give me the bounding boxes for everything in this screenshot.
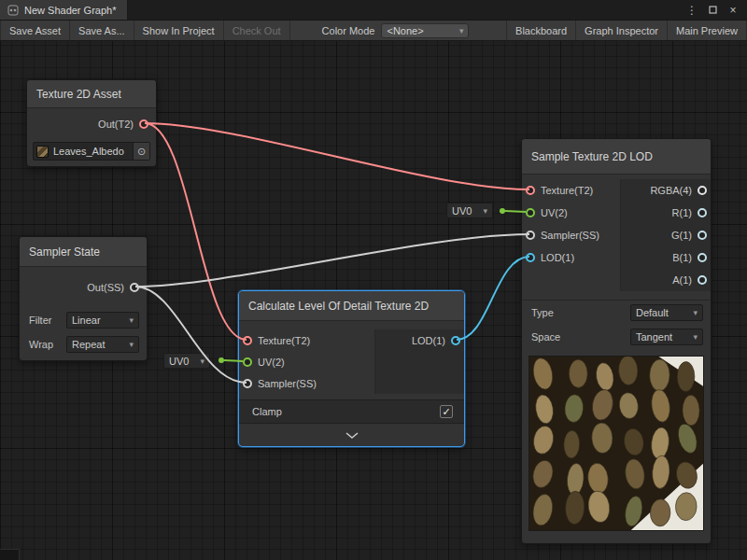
port-in-texture[interactable]: [526, 186, 535, 195]
save-asset-button[interactable]: Save Asset: [0, 21, 70, 40]
port-label: A(1): [672, 274, 692, 286]
port-label: Sampler(SS): [258, 378, 317, 389]
node-preview-image: [529, 356, 704, 531]
tab-new-shader-graph[interactable]: New Shader Graph*: [0, 0, 128, 20]
filter-label: Filter: [29, 315, 66, 326]
node-texture-2d-asset[interactable]: Texture 2D Asset Out(T2) Leaves_Albedo ⊙: [26, 79, 157, 167]
port-label: UV(2): [541, 207, 568, 218]
port-row-texture: Texture(T2): [239, 329, 374, 351]
port-row-a: A(1): [621, 269, 711, 291]
uv-channel-dropdown[interactable]: UV0 ▾: [163, 353, 210, 369]
port-out-r[interactable]: [698, 208, 707, 217]
node-calculate-lod-texture2d[interactable]: Calculate Level Of Detail Texture 2D Tex…: [238, 290, 465, 447]
collapse-row: [239, 424, 464, 446]
port-row-out-t2: Out(T2): [27, 108, 156, 140]
blackboard-toggle-button[interactable]: Blackboard: [506, 21, 575, 40]
port-in-uv[interactable]: [243, 357, 252, 367]
port-in-texture[interactable]: [243, 336, 252, 345]
uv-channel-dropdown[interactable]: UV0 ▾: [446, 203, 493, 218]
color-mode-label: Color Mode: [322, 25, 375, 36]
graph-inspector-toggle-button[interactable]: Graph Inspector: [575, 21, 667, 40]
port-label: LOD(1): [541, 252, 574, 263]
check-out-button: Check Out: [224, 21, 290, 40]
port-row-b: B(1): [621, 246, 711, 269]
node-sample-texture-2d-lod[interactable]: Sample Texture 2D LOD Texture(T2) UV(2) …: [521, 138, 712, 544]
port-label: Texture(T2): [541, 185, 593, 196]
toolbar-right-group: Blackboard Graph Inspector Main Preview: [506, 21, 747, 40]
port-out-b[interactable]: [698, 253, 707, 262]
port-out-samplerstate[interactable]: [130, 283, 139, 292]
port-in-sampler[interactable]: [526, 231, 535, 240]
filter-dropdown[interactable]: Linear ▾: [66, 312, 139, 329]
filter-value: Linear: [72, 315, 101, 326]
filter-row: Filter Linear ▾: [20, 308, 147, 332]
tab-title: New Shader Graph*: [24, 5, 116, 16]
space-value: Tangent: [636, 331, 672, 343]
port-label: RGBA(4): [650, 185, 692, 196]
color-mode-dropdown[interactable]: <None> ▾: [381, 23, 469, 38]
port-out-lod[interactable]: [451, 336, 460, 345]
node-title: Calculate Level Of Detail Texture 2D: [239, 291, 464, 321]
space-row: Space Tangent ▾: [522, 325, 711, 349]
space-dropdown[interactable]: Tangent ▾: [630, 329, 703, 345]
port-out-g[interactable]: [698, 231, 707, 240]
show-in-project-button[interactable]: Show In Project: [134, 21, 224, 40]
close-icon[interactable]: ×: [725, 2, 741, 19]
output-ports: LOD(1): [374, 329, 464, 394]
wrap-label: Wrap: [29, 339, 66, 350]
chevron-down-icon: ▾: [129, 315, 134, 325]
shader-graph-icon: [7, 5, 19, 16]
maximize-icon[interactable]: [704, 2, 721, 19]
main-preview-toggle-button[interactable]: Main Preview: [667, 21, 747, 40]
node-sampler-state[interactable]: Sampler State Out(SS) Filter Linear ▾ Wr…: [19, 236, 148, 361]
node-properties: Type Default ▾ Space Tangent ▾: [522, 300, 711, 349]
port-area: Texture(T2) UV(2) Sampler(SS) LOD(1) RGB…: [522, 175, 711, 300]
title-bar: New Shader Graph* ⋮ ×: [0, 0, 747, 21]
chevron-down-icon: ▾: [129, 340, 134, 349]
port-in-sampler[interactable]: [243, 379, 252, 388]
input-ports: Texture(T2) UV(2) Sampler(SS) LOD(1): [522, 179, 620, 291]
wrap-row: Wrap Repeat ▾: [20, 332, 147, 357]
collapse-chevron-icon[interactable]: [345, 431, 359, 440]
kebab-menu-icon[interactable]: ⋮: [684, 2, 700, 19]
space-label: Space: [531, 331, 630, 343]
save-as-button[interactable]: Save As...: [70, 21, 134, 40]
port-label: B(1): [672, 252, 692, 263]
type-label: Type: [531, 307, 630, 318]
window-controls: ⋮ ×: [684, 0, 747, 20]
port-label: UV(2): [258, 357, 285, 368]
wrap-dropdown[interactable]: Repeat ▾: [66, 336, 139, 353]
texture-object-field[interactable]: Leaves_Albedo ⊙: [33, 142, 150, 161]
chevron-down-icon: ▾: [200, 357, 204, 366]
port-label: G(1): [671, 230, 692, 241]
port-row-rgba: RGBA(4): [621, 179, 711, 202]
port-row-lod-out: LOD(1): [375, 329, 464, 351]
clamp-label: Clamp: [252, 406, 440, 417]
color-mode-group: Color Mode <None> ▾: [322, 21, 470, 40]
port-row-out-ss: Out(SS): [20, 267, 147, 308]
port-row-sampler: Sampler(SS): [522, 224, 620, 246]
object-picker-icon[interactable]: ⊙: [133, 143, 149, 160]
chevron-down-icon: ▾: [459, 26, 464, 35]
port-out-a[interactable]: [698, 275, 707, 285]
port-label: Out(SS): [87, 282, 124, 293]
port-row-texture: Texture(T2): [522, 179, 620, 202]
port-row-uv: UV(2): [239, 351, 374, 372]
port-in-lod[interactable]: [526, 253, 535, 262]
port-out-texture2d[interactable]: [139, 119, 148, 129]
port-row-r: R(1): [621, 202, 711, 224]
uv-channel-value: UV0: [169, 356, 189, 367]
color-mode-value: <None>: [387, 25, 423, 36]
input-ports: Texture(T2) UV(2) Sampler(SS): [239, 329, 374, 394]
port-out-rgba[interactable]: [698, 186, 707, 195]
type-dropdown[interactable]: Default ▾: [630, 304, 703, 321]
clamp-row: Clamp ✓: [239, 399, 464, 424]
port-in-uv[interactable]: [526, 208, 535, 217]
type-row: Type Default ▾: [522, 301, 711, 325]
clamp-checkbox[interactable]: ✓: [440, 405, 453, 418]
port-label: R(1): [672, 207, 692, 218]
chevron-down-icon: ▾: [693, 308, 698, 317]
type-value: Default: [636, 307, 669, 318]
node-title: Texture 2D Asset: [27, 80, 156, 108]
port-row-g: G(1): [621, 224, 711, 246]
